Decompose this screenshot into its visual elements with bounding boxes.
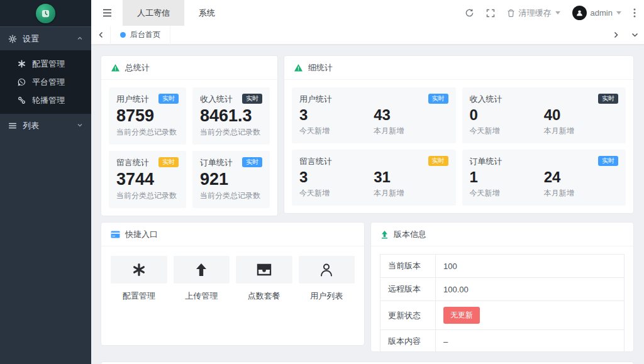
sidebar-logo-area xyxy=(0,0,91,27)
chevron-right-icon xyxy=(613,31,619,38)
stat-value: 3744 xyxy=(116,170,179,189)
panel-title: 快捷入口 xyxy=(125,229,158,240)
chevron-up-icon xyxy=(77,34,83,43)
quick-link-upload[interactable]: 上传管理 xyxy=(174,256,230,302)
main-content: 总统计 用户统计 实时 8759 当前分类总记录数 收入统计 xyxy=(91,45,644,364)
gear-icon xyxy=(8,35,17,43)
panel-header: 版本信息 xyxy=(371,223,633,246)
tab-bar-actions xyxy=(606,26,644,45)
quick-entry-grid: 配置管理 上传管理 点数套餐 xyxy=(101,246,364,311)
stat-label: 用户统计 xyxy=(299,94,332,105)
page-tab-bar: 后台首页 xyxy=(91,26,644,45)
admin-dashboard: 设置 配置管理 平台管理 轮播管理 xyxy=(0,0,644,364)
realtime-badge: 实时 xyxy=(158,157,179,167)
realtime-badge: 实时 xyxy=(598,156,618,166)
version-row-value: – xyxy=(436,330,625,353)
tabs-menu-button[interactable] xyxy=(625,26,644,45)
version-table: 当前版本 100 远程版本 100.00 更新状态 无更新 xyxy=(380,254,625,352)
total-stats-grid: 用户统计 实时 8759 当前分类总记录数 收入统计 实时 8461.3 当前分… xyxy=(101,80,277,216)
panel-header: 总统计 xyxy=(101,56,277,80)
sidebar-item-label: 配置管理 xyxy=(32,58,65,70)
detail-card-orders: 订单统计 实时 1 今天新增 24 本月新增 xyxy=(462,150,626,206)
realtime-badge: 实时 xyxy=(428,94,448,104)
table-row: 版本内容 – xyxy=(380,330,625,353)
tabs-scroll-left-button[interactable] xyxy=(91,26,110,45)
stat-label: 留言统计 xyxy=(299,156,332,167)
stat-label: 收入统计 xyxy=(470,94,502,105)
sidebar-item-carousel-management[interactable]: 轮播管理 xyxy=(0,91,91,109)
tabs-scroll-right-button[interactable] xyxy=(606,26,625,45)
menu-toggle-button[interactable] xyxy=(91,0,123,26)
stat-value: 0 xyxy=(470,106,544,124)
panel-title: 细统计 xyxy=(308,62,333,74)
no-update-button[interactable]: 无更新 xyxy=(443,307,480,324)
quick-link-label: 用户列表 xyxy=(299,290,355,302)
version-row-value: 100 xyxy=(436,255,625,278)
sidebar-item-platform-management[interactable]: 平台管理 xyxy=(0,73,91,91)
quick-link-label: 点数套餐 xyxy=(236,290,292,302)
stat-value: 1 xyxy=(470,168,544,187)
stat-sublabel: 当前分类总记录数 xyxy=(116,127,179,138)
fullscreen-button[interactable] xyxy=(486,9,495,18)
detail-stats-grid: 用户统计 实时 3 今天新增 43 本月新增 xyxy=(284,80,633,213)
quick-link-config[interactable]: 配置管理 xyxy=(111,256,167,302)
sidebar-item-config-management[interactable]: 配置管理 xyxy=(0,55,91,73)
table-row: 当前版本 100 xyxy=(380,255,625,278)
version-upload-icon xyxy=(380,230,389,239)
nav-tab-manual-send[interactable]: 人工寄信 xyxy=(123,0,184,26)
panel-header: 快捷入口 xyxy=(101,223,364,246)
total-stats-panel: 总统计 用户统计 实时 8759 当前分类总记录数 收入统计 xyxy=(101,55,278,216)
inbox-icon xyxy=(257,263,272,276)
chevron-down-icon xyxy=(555,11,560,14)
stat-label: 订单统计 xyxy=(470,156,502,167)
panel-header: 细统计 xyxy=(284,56,633,80)
list-icon xyxy=(8,121,17,130)
table-row: 远程版本 100.00 xyxy=(380,278,625,301)
stat-card-users: 用户统计 实时 8759 当前分类总记录数 xyxy=(109,87,186,145)
kebab-menu-icon xyxy=(633,8,636,18)
stat-sublabel: 今天新增 xyxy=(470,188,544,199)
stat-sublabel: 本月新增 xyxy=(374,126,448,136)
stats-row: 总统计 用户统计 实时 8759 当前分类总记录数 收入统计 xyxy=(101,55,634,216)
quick-entry-panel: 快捷入口 配置管理 上传管理 xyxy=(101,222,365,346)
more-options-button[interactable] xyxy=(633,8,636,18)
chevron-left-icon xyxy=(98,31,104,38)
stat-card-income: 收入统计 实时 8461.3 当前分类总记录数 xyxy=(192,87,270,145)
stat-value: 40 xyxy=(544,106,618,124)
link-icon xyxy=(18,96,26,105)
username-label: admin xyxy=(591,8,613,18)
detail-card-users: 用户统计 实时 3 今天新增 43 本月新增 xyxy=(292,87,456,143)
nav-tab-label: 系统 xyxy=(199,8,215,19)
whatsapp-icon xyxy=(18,78,26,87)
sidebar-item-settings[interactable]: 设置 xyxy=(0,27,91,50)
clear-cache-dropdown[interactable]: 清理缓存 xyxy=(507,8,560,19)
stat-value: 43 xyxy=(374,106,448,124)
stat-sublabel: 今天新增 xyxy=(470,126,544,136)
sidebar-item-label: 平台管理 xyxy=(32,77,65,88)
stat-label: 收入统计 xyxy=(200,94,233,105)
refresh-button[interactable] xyxy=(465,8,474,18)
sidebar: 设置 配置管理 平台管理 轮播管理 xyxy=(0,0,91,364)
version-row-label: 更新状态 xyxy=(380,301,436,330)
nav-tab-system[interactable]: 系统 xyxy=(184,0,230,26)
stat-value: 3 xyxy=(299,106,374,124)
detail-stats-panel: 细统计 用户统计 实时 3 今天新增 xyxy=(284,55,634,214)
stat-label: 订单统计 xyxy=(200,157,233,168)
detail-card-messages: 留言统计 实时 3 今天新增 31 本月新增 xyxy=(292,150,456,206)
user-menu[interactable]: admin xyxy=(572,6,621,20)
sidebar-item-list[interactable]: 列表 xyxy=(0,114,91,137)
report-stats-panel: 报表统计 近7日收入统计 收入 xyxy=(101,361,634,364)
tab-home[interactable]: 后台首页 xyxy=(110,26,170,45)
sidebar-item-label: 列表 xyxy=(23,120,39,131)
version-row-label: 远程版本 xyxy=(380,278,436,301)
refresh-icon xyxy=(465,8,474,18)
app-logo[interactable] xyxy=(36,4,55,23)
quick-link-users[interactable]: 用户列表 xyxy=(299,256,355,302)
trash-icon xyxy=(507,9,515,18)
nav-tab-label: 人工寄信 xyxy=(137,8,170,19)
quick-link-packages[interactable]: 点数套餐 xyxy=(236,256,292,302)
warning-triangle-icon xyxy=(111,63,120,72)
version-row-label: 版本内容 xyxy=(380,330,436,353)
stat-label: 留言统计 xyxy=(116,157,149,168)
user-icon xyxy=(319,263,333,277)
